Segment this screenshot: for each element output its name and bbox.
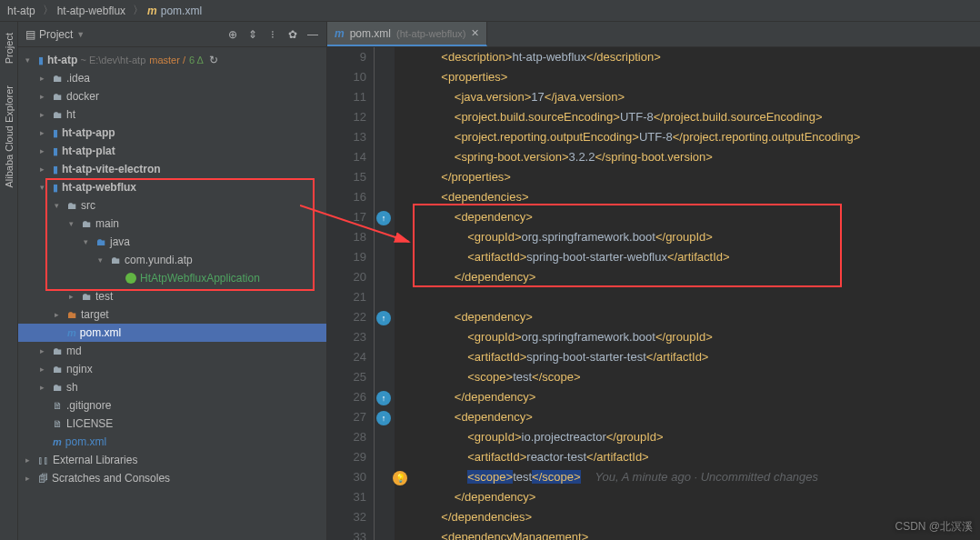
tree-item[interactable]: ▸🖿target — [18, 305, 326, 324]
expand-icon[interactable]: ▸ — [40, 383, 49, 392]
line-number[interactable]: 21 — [327, 287, 366, 307]
tree-root[interactable]: ▾ ▮ ht-atp ~ E:\dev\ht-atp master / 6 Δ … — [18, 51, 326, 69]
tree-item[interactable]: ▾▮ht-atp-webflux — [18, 178, 326, 196]
line-number[interactable]: 11 — [327, 87, 366, 107]
vcs-inlay-hint[interactable]: You, A minute ago · Uncommitted changes — [595, 470, 818, 484]
select-opened-icon[interactable]: ⊕ — [226, 28, 239, 41]
expand-icon[interactable]: ▾ — [40, 183, 49, 192]
expand-icon[interactable]: ▸ — [25, 474, 35, 483]
breadcrumb-module[interactable]: ht-atp-webflux — [57, 5, 125, 17]
expand-icon[interactable]: ▸ — [40, 346, 49, 355]
tree-item[interactable]: ▸🖿.idea — [18, 69, 326, 87]
vcs-changes: 6 Δ — [189, 55, 204, 65]
tree-path: ~ E:\dev\ht-atp — [77, 55, 145, 65]
project-tree[interactable]: ▾ ▮ ht-atp ~ E:\dev\ht-atp master / 6 Δ … — [18, 47, 326, 540]
expand-icon[interactable]: ▾ — [25, 55, 35, 65]
line-gutter[interactable]: 9 10 11 12 13 14 15 16 17 18 19 20 21 22… — [327, 47, 375, 540]
gear-icon[interactable]: ✿ — [286, 28, 299, 41]
tree-item[interactable]: ▸🖿docker — [18, 87, 326, 105]
line-number[interactable]: 12 — [327, 107, 366, 127]
line-number[interactable]: 10 — [327, 67, 366, 87]
tree-item[interactable]: ▸⫿⫿External Libraries — [18, 451, 326, 469]
tree-label: java — [110, 235, 130, 248]
tree-item[interactable]: 🗎.gitignore — [18, 396, 326, 415]
sync-icon[interactable]: ↻ — [209, 54, 218, 66]
line-number[interactable]: 27 — [327, 407, 366, 427]
tree-item[interactable]: mpom.xml — [18, 433, 326, 451]
expand-all-icon[interactable]: ⇕ — [246, 28, 259, 41]
line-number[interactable]: 23 — [327, 327, 366, 347]
line-number[interactable]: 22 — [327, 307, 366, 327]
tree-item[interactable]: HtAtpWebfluxApplication — [18, 269, 326, 287]
tree-item[interactable]: ▸▮ht-atp-vite-electron — [18, 160, 326, 178]
breadcrumb-file[interactable]: pom.xml — [161, 5, 202, 17]
tree-item[interactable]: ▾🖿java — [18, 233, 326, 251]
line-number[interactable]: 30 — [327, 467, 366, 487]
module-icon: ▮ — [53, 182, 58, 194]
tree-item[interactable]: ▸🖿sh — [18, 378, 326, 396]
line-number[interactable]: 17 — [327, 207, 366, 227]
panel-title[interactable]: Project — [39, 28, 73, 41]
line-number[interactable]: 16 — [327, 187, 366, 207]
project-tool-window-button[interactable]: Project — [2, 29, 16, 67]
expand-icon[interactable]: ▸ — [40, 146, 49, 155]
line-number[interactable]: 20 — [327, 267, 366, 287]
tree-item[interactable]: 🗎LICENSE — [18, 415, 326, 433]
line-number[interactable]: 19 — [327, 247, 366, 267]
expand-icon[interactable]: ▸ — [40, 128, 49, 137]
editor-tab[interactable]: m pom.xml (ht-atp-webflux) ✕ — [327, 22, 487, 46]
code-content[interactable]: <description>ht-atp-webflux</description… — [395, 47, 980, 540]
tree-item[interactable]: ▸🖿nginx — [18, 360, 326, 378]
line-number[interactable]: 18 — [327, 227, 366, 247]
tree-item-selected[interactable]: mpom.xml — [18, 324, 326, 342]
tree-item[interactable]: ▾🖿src — [18, 196, 326, 215]
code-editor[interactable]: 9 10 11 12 13 14 15 16 17 18 19 20 21 22… — [327, 47, 980, 540]
tree-item[interactable]: ▸▮ht-atp-plat — [18, 142, 326, 160]
expand-icon[interactable]: ▸ — [25, 455, 35, 465]
tree-item[interactable]: ▸🗐Scratches and Consoles — [18, 469, 326, 487]
tree-item[interactable]: ▾🖿main — [18, 215, 326, 233]
line-number[interactable]: 14 — [327, 147, 366, 167]
expand-icon[interactable]: ▾ — [69, 219, 78, 228]
expand-icon[interactable]: ▾ — [55, 201, 64, 210]
expand-icon[interactable]: ▸ — [40, 165, 49, 174]
expand-icon[interactable]: ▸ — [40, 92, 49, 101]
tree-item[interactable]: ▸🖿test — [18, 287, 326, 305]
line-number[interactable]: 13 — [327, 127, 366, 147]
expand-icon[interactable]: ▸ — [40, 365, 49, 374]
expand-icon[interactable]: ▾ — [98, 255, 107, 265]
tree-label: ht-atp-vite-electron — [62, 163, 161, 175]
line-number[interactable]: 15 — [327, 167, 366, 187]
package-icon: 🖿 — [111, 255, 121, 265]
expand-icon[interactable]: ▸ — [55, 310, 64, 319]
expand-icon[interactable]: ▸ — [40, 74, 49, 83]
collapse-all-icon[interactable]: ⁝ — [266, 28, 279, 41]
line-number[interactable]: 26 — [327, 387, 366, 407]
breadcrumb-root[interactable]: ht-atp — [7, 5, 35, 17]
expand-icon[interactable]: ▸ — [40, 110, 49, 119]
tree-label: target — [81, 308, 109, 321]
tree-item[interactable]: ▸🖿ht — [18, 105, 326, 124]
tree-item[interactable]: ▾🖿com.yundi.atp — [18, 251, 326, 269]
line-number[interactable]: 25 — [327, 367, 366, 387]
hide-icon[interactable]: — — [306, 28, 319, 41]
dependency-icon[interactable]: ↑ — [376, 391, 391, 405]
dependency-icon[interactable]: ↑ — [376, 211, 391, 225]
tree-item[interactable]: ▸🖿md — [18, 342, 326, 360]
tree-item[interactable]: ▸▮ht-atp-app — [18, 124, 326, 142]
line-number[interactable]: 24 — [327, 347, 366, 367]
dependency-icon[interactable]: ↑ — [376, 311, 391, 325]
alibaba-cloud-tool-window-button[interactable]: Alibaba Cloud Explorer — [2, 82, 16, 192]
expand-icon[interactable]: ▸ — [69, 292, 78, 301]
dropdown-icon[interactable]: ▼ — [76, 30, 85, 39]
tree-label: md — [66, 345, 82, 357]
line-number[interactable]: 31 — [327, 487, 366, 507]
close-tab-icon[interactable]: ✕ — [471, 27, 479, 39]
line-number[interactable]: 29 — [327, 447, 366, 467]
expand-icon[interactable]: ▾ — [84, 237, 93, 246]
line-number[interactable]: 9 — [327, 47, 366, 67]
line-number[interactable]: 33 — [327, 527, 366, 540]
dependency-icon[interactable]: ↑ — [376, 411, 391, 425]
line-number[interactable]: 32 — [327, 507, 366, 527]
line-number[interactable]: 28 — [327, 427, 366, 447]
